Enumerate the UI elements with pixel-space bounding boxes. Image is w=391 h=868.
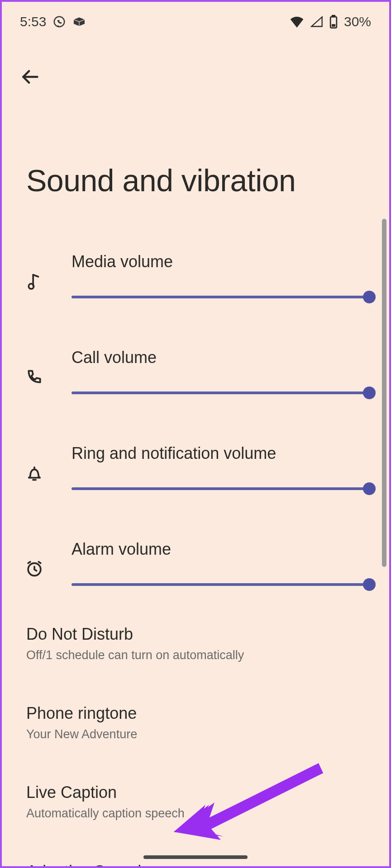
livecaption-title: Live Caption	[26, 783, 365, 802]
call-volume-slider[interactable]	[72, 392, 369, 394]
ring-volume-label: Ring and notification volume	[72, 444, 369, 463]
whatsapp-icon	[52, 15, 66, 28]
volume-sliders: Media volume Call volume Ring and notifi…	[2, 252, 389, 586]
bell-icon	[22, 464, 47, 482]
status-bar: 5:53 30%	[2, 2, 389, 33]
slider-thumb[interactable]	[363, 387, 376, 399]
dnd-subtitle: Off/1 schedule can turn on automatically	[26, 648, 365, 662]
ringtone-title: Phone ringtone	[26, 704, 365, 723]
battery-icon	[329, 15, 338, 28]
wifi-icon	[290, 16, 304, 28]
do-not-disturb-item[interactable]: Do Not Disturb Off/1 schedule can turn o…	[2, 613, 389, 674]
scrollbar[interactable]	[382, 219, 386, 567]
phone-ringtone-item[interactable]: Phone ringtone Your New Adventure	[2, 692, 389, 753]
alarm-clock-icon	[22, 560, 47, 578]
svg-point-5	[29, 284, 33, 289]
alarm-volume-row: Alarm volume	[2, 540, 389, 586]
home-gesture-bar[interactable]	[143, 855, 248, 859]
ring-volume-row: Ring and notification volume	[2, 444, 389, 490]
music-note-icon	[22, 272, 47, 290]
svg-rect-2	[332, 15, 334, 17]
media-volume-slider[interactable]	[72, 296, 369, 298]
livecaption-subtitle: Automatically caption speech	[26, 807, 365, 821]
svg-rect-3	[332, 24, 335, 26]
media-volume-label: Media volume	[72, 252, 369, 271]
alarm-volume-label: Alarm volume	[72, 540, 369, 559]
adaptive-title: Adaptive Sound	[26, 862, 365, 868]
slider-thumb[interactable]	[363, 578, 376, 591]
ring-volume-slider[interactable]	[72, 487, 369, 490]
slider-thumb[interactable]	[363, 482, 376, 495]
slider-thumb[interactable]	[363, 291, 376, 303]
status-battery-pct: 30%	[344, 14, 371, 29]
signal-icon	[310, 16, 323, 28]
alarm-volume-slider[interactable]	[72, 583, 369, 586]
live-caption-item[interactable]: Live Caption Automatically caption speec…	[2, 771, 389, 832]
adaptive-sound-item[interactable]: Adaptive Sound Off	[2, 850, 389, 868]
call-volume-row: Call volume	[2, 348, 389, 394]
media-volume-row: Media volume	[2, 252, 389, 298]
back-button[interactable]	[17, 65, 43, 90]
ringtone-subtitle: Your New Adventure	[26, 727, 365, 741]
phone-icon	[22, 368, 47, 385]
package-icon	[72, 16, 86, 27]
page-title: Sound and vibration	[26, 163, 389, 198]
arrow-left-icon	[20, 67, 40, 89]
call-volume-label: Call volume	[72, 348, 369, 367]
dnd-title: Do Not Disturb	[26, 625, 365, 644]
status-time: 5:53	[20, 14, 46, 29]
